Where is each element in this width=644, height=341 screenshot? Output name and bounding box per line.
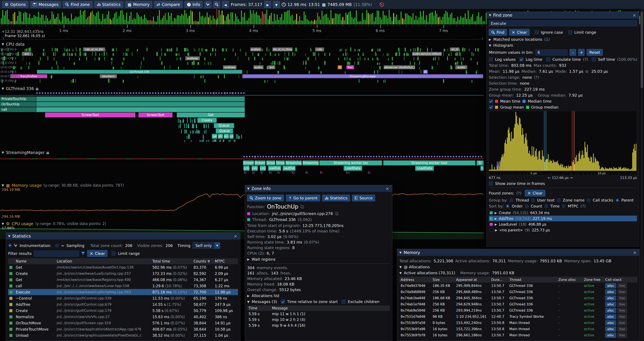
message-dot[interactable] [160,92,162,94]
column-header-name[interactable]: Name [16,259,57,263]
frame-bar[interactable] [465,14,466,24]
message-dot[interactable] [456,156,457,157]
frame-bar[interactable] [252,14,252,24]
message-dot[interactable] [105,92,107,94]
message-dot[interactable] [364,156,366,157]
copy-icon[interactable] [335,212,338,215]
frame-bar[interactable] [178,15,179,24]
frame-bar[interactable] [160,20,161,24]
frame-bar[interactable] [142,19,144,24]
frame-bar[interactable] [66,18,67,24]
alloc-callstack-button[interactable]: alloc [605,314,616,319]
frame-bar[interactable] [446,11,446,24]
frame-bar[interactable] [154,21,155,24]
message-dot[interactable] [210,92,212,94]
group-by-radio-call-stacks[interactable] [587,198,590,202]
frame-bar[interactable] [254,14,255,24]
frame-bar[interactable] [40,18,40,24]
message-dot[interactable] [252,156,253,157]
message-dot[interactable] [472,156,474,157]
message-dot[interactable] [111,92,112,94]
frame-bar[interactable] [240,22,240,24]
frame-bar[interactable] [392,21,392,24]
message-dot[interactable] [381,156,383,157]
message-dot[interactable] [72,92,74,94]
toolbar-button-memory[interactable]: Memory [125,1,152,8]
message-dot[interactable] [442,156,443,157]
frame-bar[interactable] [101,21,102,24]
sort-by-radio-order[interactable] [506,204,510,208]
message-group-marker[interactable] [310,155,312,159]
message-dot[interactable] [346,156,347,157]
column-header-appeared-at[interactable]: Appeared at [456,278,491,282]
frame-bar[interactable] [136,13,138,24]
frame-bar[interactable] [211,20,212,24]
message-dot[interactable] [67,92,68,94]
timeline-zone[interactable]: Queue [214,123,234,128]
frame-bar[interactable] [234,21,234,24]
frame-bar[interactable] [183,15,184,24]
frame-bar[interactable] [481,16,482,24]
show-zone-time-checkbox[interactable] [489,181,493,186]
message-mark[interactable] [368,171,368,174]
message-dot[interactable] [53,92,54,94]
message-dot[interactable] [378,156,380,157]
message-dot[interactable] [70,92,71,94]
message-dot[interactable] [194,92,195,94]
message-dot[interactable] [177,92,178,94]
frame-bar[interactable] [102,14,103,24]
message-dot[interactable] [467,156,468,157]
message-dot[interactable] [243,156,245,157]
message-group-marker[interactable] [329,155,331,159]
timeline-zone[interactable]: cds [315,47,324,51]
frame-bar[interactable] [172,21,173,24]
frame-bar[interactable] [287,11,288,24]
message-dot[interactable] [337,156,338,157]
frame-bar[interactable] [141,17,142,24]
frame-bar[interactable] [223,15,224,24]
frame-bar[interactable] [389,10,390,24]
frame-bar[interactable] [362,13,363,24]
help-icon[interactable]: (?) [580,204,586,208]
frame-bar[interactable] [13,14,14,24]
timeline-zone[interactable]: PrivateTouchUp [0,96,36,102]
column-header-location[interactable]: Location [57,259,152,263]
frame-bar[interactable] [462,18,463,24]
frame-bar[interactable] [280,17,281,24]
message-row[interactable]: 5.59 smip 10 w 2 h 2 (4) [247,317,390,322]
frame-bar[interactable] [52,12,52,24]
frame-bar[interactable] [347,15,348,24]
frame-bar[interactable] [278,20,279,24]
table-row[interactable]: Get/mnt/e/claw/src/claw/base/Registry.hp… [8,277,238,283]
frame-bar[interactable] [132,20,133,24]
frame-bar[interactable] [256,12,257,24]
frame-bar[interactable] [253,10,254,24]
collapse-icon[interactable] [399,251,402,254]
frame-bar[interactable] [329,20,330,24]
frame-bar[interactable] [326,14,327,24]
sort-by-radio-time[interactable] [544,204,548,208]
message-dot[interactable] [420,156,421,157]
frame-bar[interactable] [228,14,228,24]
frame-bar[interactable] [466,19,467,24]
frame-bar[interactable] [23,13,24,24]
timeline-zone[interactable]: ScreenText [138,112,172,118]
column-header-zone-free[interactable]: Zone free [584,278,605,282]
frame-bar[interactable] [58,14,58,24]
frame-bar[interactable] [483,21,484,24]
frame-bar[interactable] [229,20,230,24]
frame-bar[interactable] [334,18,334,24]
message-dot[interactable] [392,156,394,157]
timeline-zone[interactable]: Ti [338,65,342,69]
message-dot[interactable] [64,92,66,94]
frame-bar[interactable] [202,16,203,24]
frame-bar[interactable] [244,13,245,24]
message-dot[interactable] [351,156,352,157]
cpu-usage-header[interactable]: CPU usage (y-range: 0.78%, visible data … [2,221,106,226]
frame-bar[interactable] [19,11,20,24]
sampling-radio[interactable] [55,243,59,247]
message-dot[interactable] [199,92,200,94]
frame-bar[interactable] [416,16,416,24]
timeline-zone[interactable] [36,107,245,112]
frame-bar[interactable] [434,16,434,24]
